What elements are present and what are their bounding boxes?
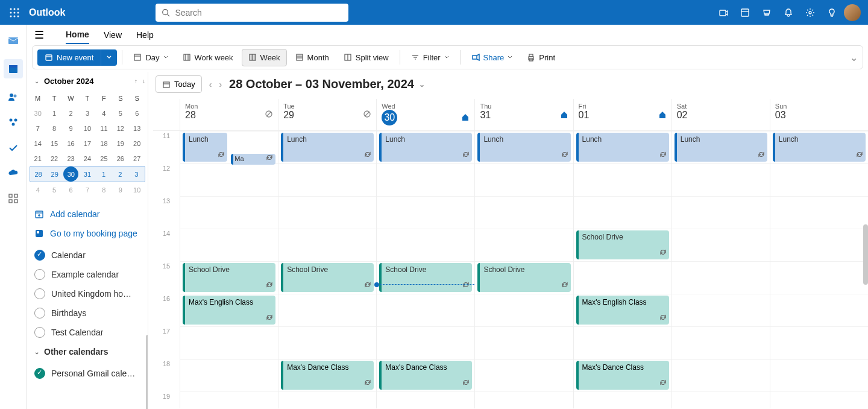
scrollbar[interactable] <box>863 224 868 285</box>
people-icon[interactable] <box>7 90 20 104</box>
calendar-checkbox[interactable] <box>34 250 45 261</box>
prev-month-icon[interactable]: ↑ <box>134 78 137 84</box>
calendar-event[interactable]: School Drive <box>477 263 570 292</box>
calendar-item[interactable]: Personal Gmail cale… <box>30 364 145 383</box>
calendar-event[interactable]: Max's Dance Class <box>576 361 669 390</box>
mail-icon[interactable] <box>7 34 20 47</box>
calendar-event[interactable]: Ma <box>231 154 275 165</box>
calendar-event[interactable]: Lunch <box>773 133 866 162</box>
day-column[interactable]: LunchSchool DriveMax's English ClassMax'… <box>573 131 671 408</box>
calendar-event[interactable]: Lunch <box>183 133 227 162</box>
print-button[interactable]: Print <box>521 49 561 66</box>
mini-calendar[interactable]: MTWTFSS301234567891011121314151617181920… <box>30 90 145 197</box>
week-button[interactable]: Week <box>242 49 287 66</box>
next-month-icon[interactable]: ↓ <box>142 78 145 84</box>
day-header[interactable]: Wed30 <box>376 99 474 130</box>
share-button[interactable]: Share <box>465 49 519 66</box>
day-column[interactable]: Lunch <box>671 131 770 408</box>
next-week-icon[interactable]: › <box>219 80 222 89</box>
month-button[interactable]: Month <box>289 49 335 66</box>
split-view-button[interactable]: Split view <box>338 49 395 66</box>
day-column[interactable]: Lunch <box>770 131 868 408</box>
svg-point-21 <box>10 119 13 122</box>
waffle-icon[interactable] <box>0 8 29 17</box>
calendar-label: Personal Gmail cale… <box>51 369 135 378</box>
calendar-item[interactable]: United Kingdom ho… <box>30 284 145 303</box>
teams-call-icon[interactable] <box>714 3 733 22</box>
new-event-chevron[interactable] <box>101 49 117 66</box>
calendar-event[interactable]: Max's English Class <box>183 296 275 325</box>
groups-icon[interactable] <box>7 116 20 129</box>
svg-line-10 <box>168 14 170 16</box>
prev-week-icon[interactable]: ‹ <box>209 80 212 89</box>
svg-rect-11 <box>720 10 726 16</box>
day-icon[interactable] <box>735 3 755 22</box>
svg-line-59 <box>267 112 271 116</box>
recurring-icon <box>218 151 225 159</box>
scrollbar[interactable] <box>146 335 148 409</box>
calendar-checkbox[interactable] <box>34 308 45 319</box>
today-button[interactable]: Today <box>156 75 202 93</box>
day-header[interactable]: Mon28 <box>180 99 278 130</box>
calendar-event[interactable]: Max's Dance Class <box>379 361 472 390</box>
notification-tray-icon[interactable] <box>757 3 776 22</box>
calendar-item[interactable]: Birthdays <box>30 303 145 323</box>
search-box[interactable] <box>156 4 348 22</box>
day-header[interactable]: Sat02 <box>671 99 770 130</box>
day-header[interactable]: Thu31 <box>474 99 573 130</box>
calendar-checkbox[interactable] <box>34 368 45 379</box>
booking-page-link[interactable]: Go to my booking page <box>30 224 145 243</box>
calendar-event[interactable]: Max's Dance Class <box>281 361 374 390</box>
calendar-checkbox[interactable] <box>34 327 45 338</box>
tab-help[interactable]: Help <box>136 27 154 43</box>
hamburger-icon[interactable]: ☰ <box>34 28 44 42</box>
calendar-event[interactable]: Max's English Class <box>576 296 669 325</box>
calendar-item[interactable]: Test Calendar <box>30 323 145 342</box>
day-header[interactable]: Fri01 <box>573 99 671 130</box>
calendar-icon[interactable] <box>4 59 23 78</box>
calendar-event[interactable]: School Drive <box>281 263 374 292</box>
bell-icon[interactable] <box>779 3 798 22</box>
calendar-event[interactable]: Lunch <box>675 133 767 162</box>
calendar-event[interactable]: Lunch <box>576 133 669 162</box>
date-range-label[interactable]: 28 October – 03 November, 2024 ⌄ <box>229 77 425 91</box>
calendar-event[interactable]: Lunch <box>379 133 472 162</box>
svg-point-14 <box>809 11 811 14</box>
day-button[interactable]: Day <box>127 49 174 66</box>
chevron-down-icon[interactable]: ⌄ <box>850 52 858 63</box>
calendar-item[interactable]: Example calendar <box>30 265 145 284</box>
calendar-checkbox[interactable] <box>34 288 45 299</box>
settings-icon[interactable] <box>800 3 820 22</box>
day-column[interactable]: LunchSchool Drive <box>474 131 573 408</box>
day-header[interactable]: Sun03 <box>770 99 868 130</box>
todo-icon[interactable] <box>7 141 20 154</box>
day-column[interactable]: LunchSchool DriveMax's Dance Class <box>376 131 474 408</box>
svg-rect-55 <box>37 231 39 233</box>
other-calendars-section[interactable]: ⌄Other calendars <box>30 342 145 361</box>
calendar-event[interactable]: Lunch <box>281 133 374 162</box>
day-header[interactable]: Tue29 <box>278 99 376 130</box>
work-week-button[interactable]: Work week <box>177 49 239 66</box>
add-calendar-link[interactable]: Add calendar <box>30 204 145 224</box>
calendar-event[interactable]: Lunch <box>477 133 570 162</box>
search-input[interactable] <box>175 8 342 17</box>
svg-point-5 <box>17 11 19 13</box>
day-column[interactable]: LunchMaSchool DriveMax's English Class <box>180 131 278 408</box>
tab-view[interactable]: View <box>104 27 122 43</box>
onedrive-icon[interactable] <box>7 166 20 180</box>
avatar[interactable] <box>844 4 861 21</box>
apps-icon[interactable] <box>7 192 20 205</box>
new-event-button[interactable]: New event <box>37 49 101 66</box>
calendar-checkbox[interactable] <box>34 269 45 280</box>
filter-button[interactable]: Filter <box>405 49 455 66</box>
calendar-event[interactable]: School Drive <box>576 230 669 259</box>
new-event-label: New event <box>57 53 93 62</box>
collapse-month-icon[interactable]: ⌄ <box>34 78 39 84</box>
calendar-event[interactable]: School Drive <box>183 263 275 292</box>
calendar-item[interactable]: Calendar <box>30 246 145 265</box>
tab-home[interactable]: Home <box>66 26 89 44</box>
calendar-event[interactable]: School Drive <box>379 263 472 292</box>
day-column[interactable]: LunchSchool DriveMax's Dance Class <box>278 131 376 408</box>
lightbulb-icon[interactable] <box>822 3 841 22</box>
home-icon <box>658 110 667 121</box>
